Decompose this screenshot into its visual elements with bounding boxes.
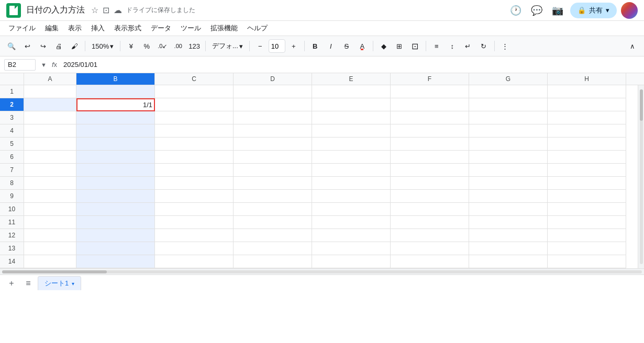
cell-d8[interactable]: [234, 177, 312, 190]
row-num-1[interactable]: 1: [0, 85, 24, 98]
cell-c8[interactable]: [155, 177, 234, 190]
hide-toolbar-button[interactable]: ∧: [625, 39, 640, 53]
cell-a2[interactable]: [24, 98, 76, 111]
cell-h7[interactable]: [548, 164, 626, 177]
cell-f3[interactable]: [391, 111, 469, 124]
sheet-menu-button[interactable]: ≡: [21, 276, 36, 291]
cell-b2[interactable]: 1/1: [76, 98, 155, 111]
history-button[interactable]: 🕐: [507, 2, 524, 19]
cell-a13[interactable]: [24, 242, 76, 255]
cell-a9[interactable]: [24, 190, 76, 203]
menu-data[interactable]: データ: [147, 22, 175, 34]
cell-g1[interactable]: [469, 85, 548, 98]
cell-b1[interactable]: [76, 85, 155, 98]
cell-f6[interactable]: [391, 151, 469, 164]
row-num-12[interactable]: 12: [0, 229, 24, 242]
search-button[interactable]: 🔍: [4, 39, 19, 53]
sheet-tab-1[interactable]: シート1 ▾: [38, 276, 81, 290]
menu-view[interactable]: 表示: [64, 22, 86, 34]
avatar[interactable]: [621, 2, 638, 19]
paintformat-button[interactable]: 🖌: [67, 39, 82, 53]
increase-decimal-button[interactable]: .00: [171, 39, 185, 53]
cell-g10[interactable]: [469, 203, 548, 216]
cell-e1[interactable]: [312, 85, 391, 98]
cell-h2[interactable]: [548, 98, 626, 111]
row-num-11[interactable]: 11: [0, 216, 24, 229]
cell-f4[interactable]: [391, 124, 469, 138]
cell-a1[interactable]: [24, 85, 76, 98]
cell-f8[interactable]: [391, 177, 469, 190]
formula-expand-icon[interactable]: ▼: [41, 62, 47, 68]
print-button[interactable]: 🖨: [51, 39, 66, 53]
cell-b3[interactable]: [76, 111, 155, 124]
halign-button[interactable]: ≡: [429, 39, 444, 53]
cell-f12[interactable]: [391, 229, 469, 242]
cell-c4[interactable]: [155, 124, 234, 138]
cell-e2[interactable]: [312, 98, 391, 111]
cell-d12[interactable]: [234, 229, 312, 242]
cell-g4[interactable]: [469, 124, 548, 138]
cell-c11[interactable]: [155, 216, 234, 229]
decrease-decimal-button[interactable]: .0↙: [155, 39, 170, 53]
col-header-a[interactable]: A: [24, 73, 76, 85]
cell-e10[interactable]: [312, 203, 391, 216]
italic-button[interactable]: I: [324, 39, 338, 53]
row-num-8[interactable]: 8: [0, 177, 24, 190]
cell-a5[interactable]: [24, 138, 76, 151]
cell-e14[interactable]: [312, 255, 391, 268]
cell-f5[interactable]: [391, 138, 469, 151]
cell-a3[interactable]: [24, 111, 76, 124]
cell-g11[interactable]: [469, 216, 548, 229]
col-header-b[interactable]: B: [76, 73, 155, 85]
cell-g3[interactable]: [469, 111, 548, 124]
cell-c14[interactable]: [155, 255, 234, 268]
cell-e3[interactable]: [312, 111, 391, 124]
cell-h11[interactable]: [548, 216, 626, 229]
zoom-dropdown[interactable]: 150% ▾: [88, 39, 117, 53]
cell-h3[interactable]: [548, 111, 626, 124]
row-num-6[interactable]: 6: [0, 151, 24, 164]
cell-f1[interactable]: [391, 85, 469, 98]
cell-g14[interactable]: [469, 255, 548, 268]
cell-g2[interactable]: [469, 98, 548, 111]
cell-c9[interactable]: [155, 190, 234, 203]
row-num-10[interactable]: 10: [0, 203, 24, 216]
font-size-decrease-button[interactable]: −: [253, 39, 268, 53]
cell-a8[interactable]: [24, 177, 76, 190]
cell-d11[interactable]: [234, 216, 312, 229]
cell-c13[interactable]: [155, 242, 234, 255]
cell-e6[interactable]: [312, 151, 391, 164]
cell-h10[interactable]: [548, 203, 626, 216]
cell-g8[interactable]: [469, 177, 548, 190]
font-size-increase-button[interactable]: +: [286, 39, 301, 53]
percent-button[interactable]: %: [139, 39, 154, 53]
cell-h14[interactable]: [548, 255, 626, 268]
cell-d4[interactable]: [234, 124, 312, 138]
cell-b6[interactable]: [76, 151, 155, 164]
copy-icon[interactable]: ⊡: [103, 5, 109, 15]
cell-g9[interactable]: [469, 190, 548, 203]
cell-b9[interactable]: [76, 190, 155, 203]
merge-button[interactable]: ⊡: [408, 39, 423, 53]
menu-help[interactable]: ヘルプ: [243, 22, 272, 34]
cell-d10[interactable]: [234, 203, 312, 216]
row-num-13[interactable]: 13: [0, 242, 24, 255]
cell-e5[interactable]: [312, 138, 391, 151]
cell-a6[interactable]: [24, 151, 76, 164]
cell-f14[interactable]: [391, 255, 469, 268]
cell-f7[interactable]: [391, 164, 469, 177]
cell-d7[interactable]: [234, 164, 312, 177]
cell-b11[interactable]: [76, 216, 155, 229]
cell-g7[interactable]: [469, 164, 548, 177]
v-scroll-thumb[interactable]: [640, 89, 643, 121]
col-header-c[interactable]: C: [155, 73, 234, 85]
col-header-e[interactable]: E: [312, 73, 391, 85]
cell-e9[interactable]: [312, 190, 391, 203]
borders-button[interactable]: ⊞: [392, 39, 407, 53]
row-num-7[interactable]: 7: [0, 164, 24, 177]
cell-b5[interactable]: [76, 138, 155, 151]
cell-d2[interactable]: [234, 98, 312, 111]
cell-g6[interactable]: [469, 151, 548, 164]
row-num-2[interactable]: 2: [0, 98, 24, 111]
font-size-input[interactable]: 10: [269, 39, 285, 53]
